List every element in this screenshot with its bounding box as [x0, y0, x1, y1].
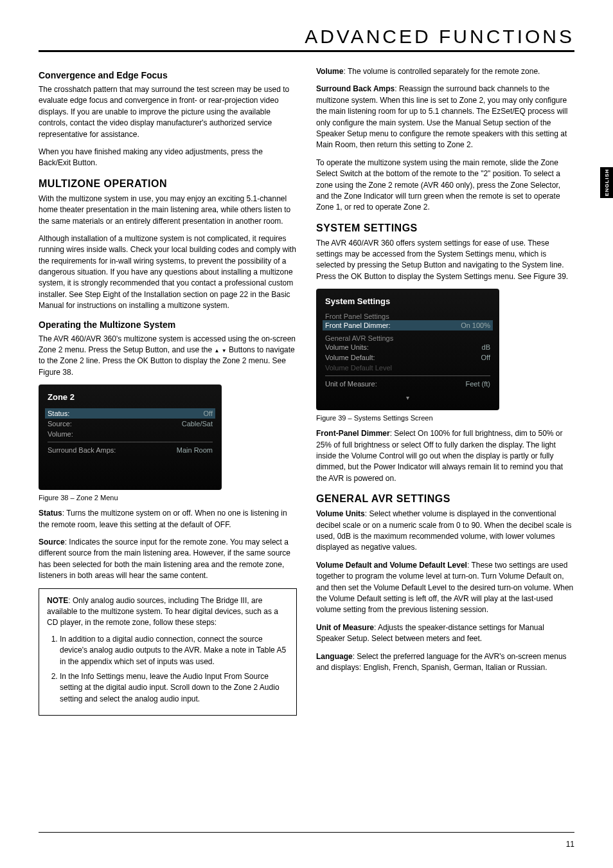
screenshot-title: Zone 2 — [48, 392, 213, 402]
footer-rule — [39, 832, 574, 833]
text: : The volume is controlled separately fo… — [343, 67, 540, 76]
heading-multizone: MULTIZONE OPERATION — [39, 178, 297, 190]
para-status: Status: Turns the multizone system on or… — [39, 508, 297, 530]
menu-row: Source: Cable/Sat — [48, 419, 213, 429]
row-value: dB — [482, 343, 490, 351]
row-label: Volume Default: — [325, 354, 375, 361]
para: The AVR 460/AVR 360's multizone system i… — [39, 334, 297, 379]
menu-row: Volume Default: Off — [325, 352, 490, 363]
lead: Front-Panel Dimmer — [316, 429, 390, 438]
group-label: Front Panel Settings — [325, 312, 490, 320]
para-language: Language: Select the preferred language … — [316, 651, 574, 674]
note-box: NOTE: Only analog audio sources, includi… — [39, 588, 297, 716]
menu-row-selected: Status: Off — [45, 408, 215, 419]
divider — [325, 375, 490, 376]
content-columns: Convergence and Edge Focus The crosshatc… — [39, 66, 574, 716]
text: : Select the preferred language for the … — [316, 652, 567, 672]
right-column: Volume: The volume is controlled separat… — [316, 66, 574, 716]
note-lead: NOTE — [47, 596, 68, 605]
lead: Unit of Measure — [316, 623, 374, 632]
figure-38-caption: Figure 38 – Zone 2 Menu — [39, 494, 297, 502]
row-label: Source: — [48, 420, 72, 428]
note-text: : Only analog audio sources, including T… — [47, 596, 278, 628]
left-column: Convergence and Edge Focus The crosshatc… — [39, 66, 297, 716]
row-value: Cable/Sat — [182, 420, 213, 428]
page-number: 11 — [566, 840, 574, 849]
row-label: Unit of Measure: — [325, 380, 377, 388]
para: The crosshatch pattern that may surround… — [39, 84, 297, 140]
divider — [48, 442, 213, 442]
note-item: In the Info Settings menu, leave the Aud… — [60, 671, 289, 705]
para-dimmer: Front-Panel Dimmer: Select On 100% for f… — [316, 428, 574, 484]
row-value: Off — [481, 354, 490, 361]
lead: Source — [39, 538, 65, 547]
text: : Turns the multizone system on or off. … — [39, 509, 287, 529]
row-value: Off — [204, 410, 213, 417]
figure-39-screenshot: System Settings Front Panel Settings Fro… — [316, 289, 499, 410]
row-label: Volume: — [48, 430, 73, 438]
row-value: Main Room — [177, 446, 213, 454]
text: : Indicates the source input for the rem… — [39, 538, 290, 580]
page-header-title: ADVANCED FUNCTIONS — [39, 26, 574, 48]
heading-operating-multizone: Operating the Multizone System — [39, 320, 297, 330]
down-arrow-icon — [222, 345, 227, 354]
row-label: Front Panel Dimmer: — [325, 321, 390, 329]
lead: Volume — [316, 67, 343, 76]
menu-row: Volume Units: dB — [325, 342, 490, 352]
para-unit-measure: Unit of Measure: Adjusts the speaker-dis… — [316, 622, 574, 645]
row-label: Surround Back Amps: — [48, 446, 116, 454]
menu-row: Volume: — [48, 429, 213, 439]
para: To operate the multizone system using th… — [316, 158, 574, 213]
row-label: Volume Default Level — [325, 364, 392, 372]
para: The AVR 460/AVR 360 offers system settin… — [316, 238, 574, 283]
lead: Surround Back Amps — [316, 84, 395, 93]
para-surround-back: Surround Back Amps: Reassign the surroun… — [316, 84, 574, 150]
note-list: In addition to a digital audio connectio… — [47, 634, 289, 705]
menu-row: Unit of Measure: Feet (ft) — [325, 379, 490, 389]
figure-39-caption: Figure 39 – Systems Settings Screen — [316, 414, 574, 422]
lead: Volume Default and Volume Default Level — [316, 561, 467, 570]
para-source: Source: Indicates the source input for t… — [39, 537, 297, 582]
group-label: General AVR Settings — [325, 334, 490, 342]
para: With the multizone system in use, you ma… — [39, 194, 297, 227]
figure-38-screenshot: Zone 2 Status: Off Source: Cable/Sat Vol… — [39, 384, 222, 490]
heading-general-avr: GENERAL AVR SETTINGS — [316, 493, 574, 505]
row-value: On 100% — [461, 321, 490, 329]
lead: Language — [316, 652, 353, 661]
up-arrow-icon — [215, 345, 220, 354]
row-label: Volume Units: — [325, 343, 369, 351]
heading-system-settings: SYSTEM SETTINGS — [316, 222, 574, 234]
heading-convergence: Convergence and Edge Focus — [39, 70, 297, 80]
para: Although installation of a multizone sys… — [39, 233, 297, 312]
scroll-down-icon: ▾ — [325, 394, 490, 401]
note-intro: NOTE: Only analog audio sources, includi… — [47, 595, 289, 629]
menu-row-selected: Front Panel Dimmer: On 100% — [323, 320, 493, 330]
row-value: Feet (ft) — [465, 380, 490, 388]
row-label: Status: — [48, 410, 69, 417]
para-volume-units: Volume Units: Select whether volume is d… — [316, 509, 574, 554]
language-tab: ENGLISH — [600, 167, 613, 198]
para-volume: Volume: The volume is controlled separat… — [316, 66, 574, 77]
para-volume-default: Volume Default and Volume Default Level:… — [316, 560, 574, 616]
header-rule — [39, 50, 574, 52]
text: : Reassign the surround back channels to… — [316, 84, 567, 149]
lead: Volume Units — [316, 509, 365, 518]
menu-row: Volume Default Level — [325, 363, 490, 373]
lead: Status — [39, 509, 62, 518]
menu-row: Surround Back Amps: Main Room — [48, 445, 213, 455]
para: When you have finished making any video … — [39, 147, 297, 169]
screenshot-title: System Settings — [325, 296, 490, 306]
note-item: In addition to a digital audio connectio… — [60, 634, 289, 667]
